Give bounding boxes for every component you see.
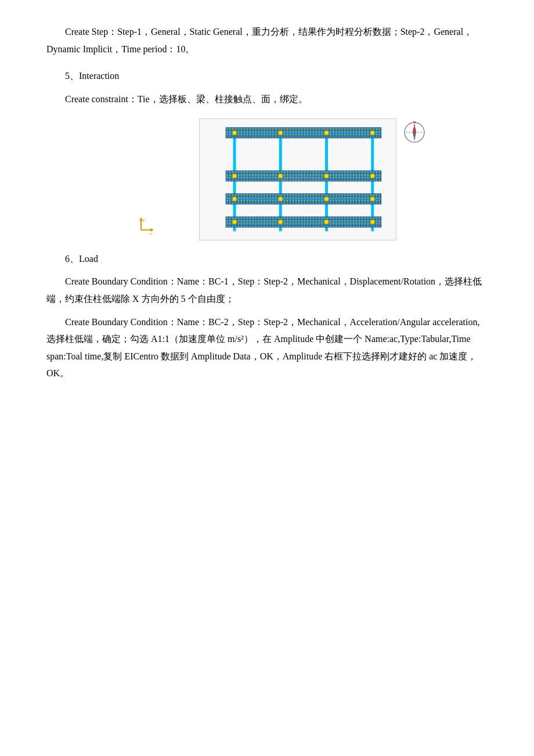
- svg-point-24: [232, 196, 237, 201]
- svg-text:Y: Y: [142, 218, 146, 224]
- section6-heading: 6、Load: [65, 251, 488, 268]
- svg-point-26: [232, 130, 237, 135]
- svg-point-30: [278, 130, 283, 135]
- svg-text:www.bdocx.com: www.bdocx.com: [275, 175, 321, 182]
- svg-point-23: [232, 219, 237, 224]
- svg-point-35: [370, 219, 375, 224]
- svg-point-38: [370, 130, 375, 135]
- structural-model-container: Y X: [46, 118, 488, 240]
- structural-svg-container: www.bdocx.com N: [199, 118, 396, 240]
- svg-point-33: [324, 174, 329, 178]
- bc1-paragraph: Create Boundary Condition：Name：BC-1，Step…: [46, 273, 488, 307]
- svg-point-37: [370, 174, 375, 178]
- intro-paragraph: Create Step：Step-1，General，Static Genera…: [46, 23, 488, 57]
- section5-heading: 5、Interaction: [65, 68, 488, 85]
- svg-point-28: [278, 196, 283, 201]
- svg-point-36: [370, 196, 375, 201]
- coord-icon: Y X: [138, 214, 158, 240]
- svg-text:N: N: [413, 121, 416, 124]
- svg-point-32: [324, 196, 329, 201]
- compass-icon: N: [403, 121, 425, 149]
- svg-point-25: [232, 174, 237, 178]
- bc2-paragraph: Create Boundary Condition：Name：BC-2，Step…: [46, 314, 488, 382]
- svg-point-27: [278, 219, 283, 224]
- svg-point-31: [324, 219, 329, 224]
- svg-text:X: X: [149, 232, 153, 235]
- svg-point-34: [324, 130, 329, 135]
- create-constraint-paragraph: Create constraint：Tie，选择板、梁、柱接触点、面，绑定。: [46, 91, 488, 108]
